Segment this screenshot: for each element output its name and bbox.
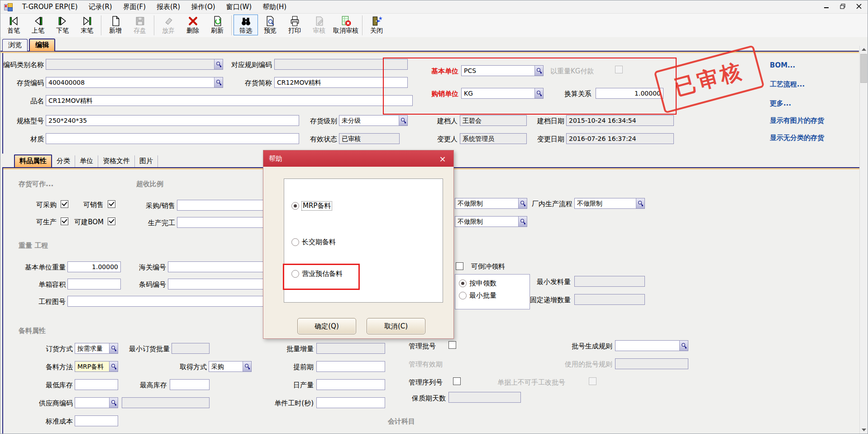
trade-unit-field[interactable]: KG: [461, 88, 544, 99]
tab-browse[interactable]: 浏览: [2, 39, 28, 51]
unit-time-field[interactable]: [316, 397, 385, 408]
can-produce-checkbox[interactable]: [61, 217, 68, 225]
box-volume-field[interactable]: [67, 279, 121, 289]
filter-button[interactable]: 筛选: [234, 14, 258, 35]
menu-help[interactable]: 帮助(H): [257, 1, 292, 13]
lookup-icon[interactable]: [399, 116, 407, 125]
lookup-icon[interactable]: [679, 341, 688, 351]
obtain-mode-field[interactable]: 采购: [209, 361, 252, 372]
product-name-field[interactable]: CR12MOV精料: [46, 95, 413, 106]
radio-icon[interactable]: [459, 292, 467, 299]
dialog-close-icon[interactable]: ×: [437, 154, 448, 164]
scrollbar-thumb[interactable]: [860, 54, 867, 83]
print-button[interactable]: 打印: [282, 14, 307, 35]
can-sell-checkbox[interactable]: [108, 200, 115, 208]
menu-window[interactable]: 窗口(W): [221, 1, 258, 13]
bom-link[interactable]: BOM...: [770, 61, 795, 69]
delete-button[interactable]: 删除: [181, 14, 205, 35]
lookup-icon[interactable]: [214, 59, 223, 69]
restore-icon[interactable]: [837, 2, 849, 11]
manage-batch-checkbox[interactable]: [448, 341, 456, 349]
daily-output-field[interactable]: [316, 379, 385, 390]
factory-flow-field[interactable]: 不做限制: [574, 198, 645, 209]
subtab-images[interactable]: 图片: [135, 155, 158, 167]
first-record-button[interactable]: 首笔: [1, 14, 26, 35]
show-unclassified-link[interactable]: 显示无分类的存货: [770, 134, 824, 142]
lookup-icon[interactable]: [518, 217, 527, 227]
lookup-icon[interactable]: [109, 398, 118, 408]
inventory-code-label: 存货编码: [0, 78, 44, 87]
lookup-icon[interactable]: [518, 198, 527, 208]
lookup-icon[interactable]: [534, 66, 543, 76]
max-stock-field[interactable]: [170, 379, 210, 390]
last-record-button[interactable]: 末笔: [75, 14, 99, 35]
subtab-units[interactable]: 单位: [75, 155, 98, 167]
nav-prev-icon: [33, 15, 44, 27]
minimize-icon[interactable]: [820, 2, 832, 11]
lookup-icon[interactable]: [636, 198, 644, 208]
conversion-field[interactable]: 1.00000: [596, 88, 663, 99]
inventory-level-field[interactable]: 未分级: [339, 115, 408, 126]
supplier-code-field[interactable]: [75, 397, 118, 408]
menu-app[interactable]: T-GROUP ERP(E): [17, 1, 83, 12]
close-window-icon[interactable]: [853, 2, 865, 11]
prev-record-button[interactable]: 上笔: [26, 14, 50, 35]
base-unit-field[interactable]: PCS: [461, 65, 544, 76]
base-unit-weight-field[interactable]: 1.00000: [67, 261, 121, 272]
batch-rule-field[interactable]: [615, 340, 688, 351]
restriction-field-1[interactable]: 不做限制: [455, 198, 527, 209]
help-dialog-titlebar[interactable]: 帮助 ×: [263, 150, 453, 167]
more-link[interactable]: 更多...: [770, 99, 791, 108]
can-build-bom-checkbox[interactable]: [108, 217, 115, 225]
backflush-checkbox[interactable]: [456, 262, 463, 270]
audit-icon: [314, 15, 325, 27]
lookup-icon[interactable]: [214, 77, 223, 87]
menu-operation[interactable]: 操作(O): [186, 1, 221, 13]
lookup-icon[interactable]: [243, 362, 251, 371]
radio-icon[interactable]: [291, 202, 299, 210]
supplier-name-field: [122, 397, 210, 408]
can-purchase-checkbox[interactable]: [61, 200, 68, 208]
cancel-button[interactable]: 取消(C): [367, 318, 425, 334]
subtab-qualification-files[interactable]: 资格文件: [98, 155, 135, 167]
subtab-item-properties[interactable]: 料品属性: [14, 154, 52, 167]
close-form-button[interactable]: 关闭: [364, 14, 389, 35]
lookup-icon[interactable]: [109, 362, 118, 371]
inventory-code-field[interactable]: 400400008: [46, 77, 223, 88]
option-annotation-box: [283, 264, 360, 290]
radio-icon[interactable]: [459, 280, 467, 287]
spec-model-field[interactable]: 250*240*35: [46, 115, 299, 126]
can-produce-label: 可生产: [19, 217, 57, 227]
manage-serial-checkbox[interactable]: [453, 377, 461, 385]
scroll-down-icon[interactable]: [860, 426, 867, 434]
restriction-field-2[interactable]: 不做限制: [455, 216, 527, 227]
radio-icon[interactable]: [291, 238, 299, 246]
lookup-icon[interactable]: [109, 343, 118, 353]
tab-edit[interactable]: 编辑: [29, 39, 55, 51]
min-stock-field[interactable]: [75, 379, 118, 390]
std-cost-field[interactable]: [75, 415, 118, 426]
menu-report[interactable]: 报表(R): [151, 1, 186, 13]
preview-button[interactable]: 预览: [258, 14, 282, 35]
scroll-up-icon[interactable]: [860, 46, 867, 53]
prep-method-field[interactable]: MRP备料: [75, 361, 118, 372]
issue-min-batch-option[interactable]: 最小批量: [459, 291, 529, 300]
new-button[interactable]: 新增: [103, 14, 128, 35]
option-long-leadtime[interactable]: 长交期备料: [291, 238, 336, 246]
show-with-image-link[interactable]: 显示有图片的存货: [770, 116, 824, 125]
cancel-audit-button[interactable]: 取消审核: [331, 14, 360, 35]
subtab-classification[interactable]: 分类: [52, 155, 75, 167]
lead-time-field[interactable]: [316, 361, 385, 372]
menu-interface[interactable]: 界面(F): [118, 1, 151, 13]
material-field[interactable]: [46, 133, 299, 144]
process-flow-link[interactable]: 工艺流程...: [770, 80, 805, 89]
issue-by-request-option[interactable]: 按申领数: [459, 279, 529, 288]
option-mrp[interactable]: MRP备料: [291, 202, 332, 210]
menu-record[interactable]: 记录(R): [83, 1, 118, 13]
order-mode-field[interactable]: 按需求量: [75, 343, 118, 354]
code-category-field[interactable]: [46, 59, 223, 70]
ok-button[interactable]: 确定(Q): [297, 318, 356, 334]
vertical-scrollbar[interactable]: [859, 46, 868, 434]
next-record-button[interactable]: 下笔: [50, 14, 75, 35]
refresh-button[interactable]: 刷新: [205, 14, 229, 35]
